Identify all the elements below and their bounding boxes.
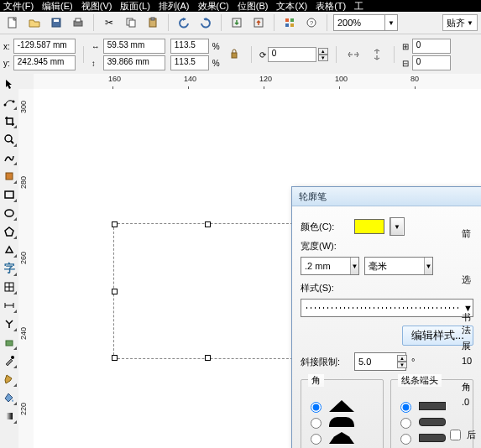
zoom-input[interactable] (334, 18, 384, 28)
mirror-v-button[interactable] (368, 45, 386, 64)
interactive-tool[interactable] (1, 334, 18, 351)
cap-flat-radio[interactable] (400, 402, 411, 413)
svg-point-18 (4, 104, 7, 107)
rotation-input[interactable]: 0 (268, 47, 316, 62)
grid-x-input[interactable]: 0 (412, 39, 451, 54)
svg-rect-31 (6, 413, 13, 419)
resize-handle-w[interactable] (112, 289, 118, 294)
zoom-tool[interactable] (1, 131, 18, 148)
basic-shapes-tool[interactable] (1, 242, 18, 258)
dimension-tool[interactable] (1, 297, 18, 314)
horizontal-ruler[interactable]: 160 140 120 100 80 60 (34, 74, 481, 90)
dialog-title: 轮廓笔 (299, 190, 327, 203)
welcome-button[interactable]: ? (302, 13, 321, 32)
interactive-fill-tool[interactable] (1, 408, 18, 425)
pick-tool[interactable] (1, 76, 18, 92)
dialog-titlebar[interactable]: 轮廓笔 (292, 187, 481, 206)
toolbox: 字 (0, 74, 19, 448)
resize-handle-s[interactable] (205, 355, 211, 361)
fill-tool[interactable] (1, 389, 18, 406)
smart-fill-tool[interactable] (1, 168, 18, 185)
unit-value[interactable] (365, 261, 424, 271)
redo-button[interactable] (196, 13, 215, 32)
cap-round-radio[interactable] (400, 418, 411, 429)
width-value[interactable] (301, 261, 350, 271)
width-combo[interactable]: ▼ (301, 257, 359, 275)
corner-bevel-radio[interactable] (311, 434, 322, 445)
zoom-dropdown[interactable]: ▼ (384, 15, 397, 30)
behind-fill-checkbox[interactable] (450, 430, 461, 440)
x-label: x: (3, 42, 10, 51)
cut-button[interactable]: ✂ (100, 13, 118, 32)
vertical-ruler[interactable]: 300 280 260 240 220 (18, 89, 34, 448)
selected-rectangle[interactable] (113, 223, 301, 359)
grid-y-input[interactable]: 0 (412, 55, 451, 70)
print-button[interactable] (69, 13, 87, 32)
dropdown-icon[interactable]: ▼ (424, 258, 432, 274)
resize-handle-n[interactable] (205, 221, 211, 227)
app-launcher-button[interactable] (280, 13, 299, 32)
cap-round-icon (419, 418, 446, 426)
open-button[interactable] (25, 13, 44, 32)
menu-tools[interactable]: 工 (354, 0, 363, 12)
dropdown-icon[interactable]: ▼ (350, 258, 358, 274)
corner-round-radio[interactable] (311, 418, 322, 429)
corner-miter-radio[interactable] (311, 402, 322, 413)
svg-rect-13 (285, 23, 289, 27)
mirror-h-button[interactable] (344, 45, 363, 64)
menu-view[interactable]: 视图(V) (81, 0, 112, 12)
y-input[interactable]: 242.945 mm (13, 55, 76, 70)
lock-ratio-button[interactable] (225, 45, 243, 64)
x-input[interactable]: -129.587 mm (13, 39, 76, 54)
miter-spinner[interactable]: ▲▼ (397, 355, 407, 368)
scale-x-input[interactable]: 113.5 (170, 39, 209, 54)
resize-handle-nw[interactable] (112, 221, 118, 227)
miter-limit-input[interactable]: ▲▼ (354, 352, 406, 371)
resize-handle-sw[interactable] (112, 355, 118, 361)
eyedropper-tool[interactable] (1, 352, 18, 369)
zoom-combo[interactable]: ▼ (333, 14, 398, 31)
rotation-spinner[interactable]: ▲▼ (318, 48, 328, 61)
outline-tool[interactable] (1, 371, 18, 388)
miter-limit-value[interactable] (355, 357, 397, 367)
unit-combo[interactable]: ▼ (364, 257, 433, 275)
rectangle-tool[interactable] (1, 186, 18, 203)
freehand-tool[interactable] (1, 149, 18, 166)
ruler-origin[interactable] (18, 74, 34, 90)
menu-text[interactable]: 文本(X) (276, 0, 307, 12)
snap-dropdown[interactable]: 贴齐 ▼ (442, 14, 478, 31)
color-dropdown[interactable]: ▼ (390, 217, 405, 236)
corner-miter-icon (329, 400, 354, 412)
cap-square-radio[interactable] (400, 434, 411, 445)
behind-fill-label: 后 (467, 429, 476, 441)
width-input[interactable]: 59.53 mm (103, 39, 165, 54)
standard-toolbar: ✂ ? ▼ 贴齐 ▼ (0, 12, 481, 34)
menu-table[interactable]: 表格(T) (316, 0, 346, 12)
percent-label: % (212, 59, 220, 68)
copy-button[interactable] (122, 13, 140, 32)
menu-effects[interactable]: 效果(C) (198, 0, 229, 12)
menu-edit[interactable]: 编辑(E) (42, 0, 73, 12)
text-tool[interactable]: 字 (1, 260, 18, 277)
polygon-tool[interactable] (1, 223, 18, 240)
export-button[interactable] (249, 13, 268, 32)
menu-bitmaps[interactable]: 位图(B) (238, 0, 269, 12)
connector-tool[interactable] (1, 315, 18, 332)
height-input[interactable]: 39.866 mm (103, 55, 165, 70)
scale-y-input[interactable]: 113.5 (170, 55, 209, 70)
import-button[interactable] (227, 13, 246, 32)
paste-button[interactable] (144, 13, 162, 32)
save-button[interactable] (47, 13, 65, 32)
shape-tool[interactable] (1, 94, 18, 111)
new-button[interactable] (3, 13, 22, 32)
angle-label-cut: 角 (462, 381, 478, 393)
crop-tool[interactable] (1, 112, 18, 129)
color-swatch[interactable] (354, 219, 384, 234)
ellipse-tool[interactable] (1, 205, 18, 221)
line-style-combo[interactable]: ▼ (301, 299, 473, 317)
menu-arrange[interactable]: 排列(A) (159, 0, 190, 12)
menu-layout[interactable]: 版面(L) (120, 0, 149, 12)
table-tool[interactable] (1, 279, 18, 295)
undo-button[interactable] (175, 13, 193, 32)
menu-file[interactable]: 文件(F) (3, 0, 34, 12)
